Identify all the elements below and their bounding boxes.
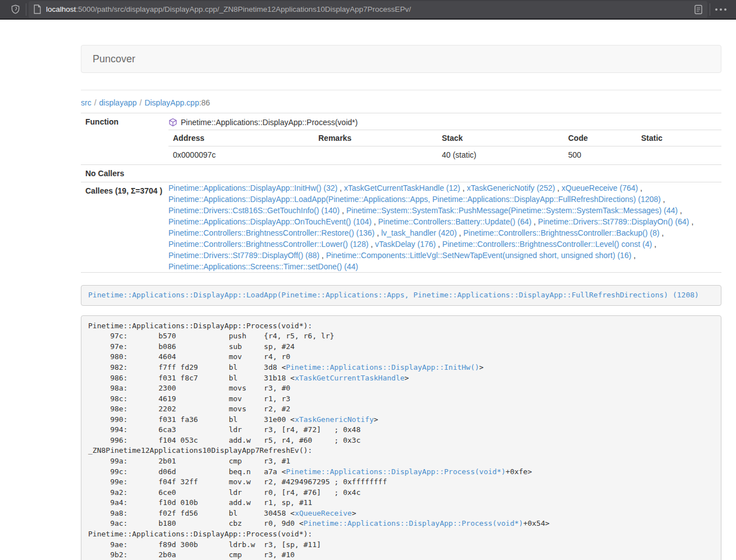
code-symbol-link[interactable]: Pinetime::Applications::DisplayApp::Proc… [304, 519, 523, 527]
code-symbol-link[interactable]: Pinetime::Applications::DisplayApp::Init… [286, 363, 479, 371]
code-symbol-link[interactable]: Pinetime::Applications::DisplayApp::Proc… [286, 467, 505, 476]
navbar: Puncover [81, 45, 721, 73]
callee-separator: , [368, 240, 375, 249]
callee-separator: , [660, 228, 664, 237]
callee-link[interactable]: Pinetime::Controllers::BrightnessControl… [463, 228, 659, 237]
callee-link[interactable]: Pinetime::System::SystemTask::PushMessag… [346, 206, 678, 215]
function-table: Function Pinetime::Applications::Display… [81, 113, 721, 273]
callee-separator: , [460, 183, 467, 192]
brand-link[interactable]: Puncover [93, 53, 135, 65]
function-details-table: Address Remarks Stack Code Static 0x0000… [168, 130, 721, 164]
url-host: localhost [46, 5, 76, 13]
breadcrumb-src[interactable]: src [81, 98, 92, 107]
callee-separator: , [337, 183, 344, 192]
callee-separator: , [532, 217, 538, 226]
remarks-value [314, 146, 437, 165]
overflow-menu-icon[interactable] [711, 2, 730, 17]
callee-link[interactable]: xTaskGenericNotify (252) [467, 183, 555, 192]
column-header-static: Static [637, 130, 721, 146]
disassembly-pre: Pinetime::Applications::DisplayApp::Proc… [81, 315, 721, 560]
no-callers-row: No Callers [81, 165, 721, 182]
code-symbol-link[interactable]: xQueueReceive [295, 509, 352, 517]
callee-link[interactable]: vTaskDelay (176) [375, 240, 436, 249]
callee-separator: , [555, 183, 562, 192]
callee-separator: , [652, 240, 656, 249]
address-value: 0x0000097c [168, 146, 314, 165]
static-value [637, 146, 721, 165]
callee-separator: , [436, 240, 442, 249]
page-content: Puncover src/displayapp/DisplayApp.cpp:8… [0, 20, 736, 560]
toolbar-divider [26, 3, 26, 16]
callees-row: Callees (19, Σ=3704 ) Pinetime::Applicat… [81, 182, 721, 273]
breadcrumb: src/displayapp/DisplayApp.cpp:86 [81, 98, 721, 107]
breadcrumb-separator: / [94, 98, 97, 107]
callee-link[interactable]: Pinetime::Drivers::St7789::DisplayOn() (… [538, 217, 689, 226]
column-header-code: Code [564, 130, 637, 146]
callee-link[interactable]: Pinetime::Applications::DisplayApp::Init… [168, 183, 337, 192]
cube-icon [168, 118, 177, 127]
callee-link[interactable]: Pinetime::Controllers::BrightnessControl… [168, 240, 368, 249]
divider-rule [81, 90, 721, 90]
column-header-remarks: Remarks [314, 130, 437, 146]
callee-link[interactable]: Pinetime::Applications::DisplayApp::Load… [168, 195, 661, 204]
callee-link[interactable]: lv_task_handler (420) [381, 228, 457, 237]
toolbar-divider [710, 3, 710, 16]
callee-separator: , [372, 217, 378, 226]
reader-mode-icon[interactable] [694, 4, 703, 15]
code-symbol-link[interactable]: xTaskGenericNotify [295, 415, 374, 424]
code-symbol-link[interactable]: xTaskGetCurrentTaskHandle [295, 374, 405, 382]
callee-link[interactable]: Pinetime::Controllers::BrightnessControl… [168, 228, 374, 237]
stack-value: 40 (static) [437, 146, 564, 165]
callee-link[interactable]: Pinetime::Drivers::St7789::DisplayOff() … [168, 251, 319, 260]
callee-link[interactable]: xTaskGetCurrentTaskHandle (12) [344, 183, 460, 192]
shield-icon[interactable] [6, 2, 25, 17]
table-row: 0x0000097c 40 (static) 500 [168, 146, 721, 165]
callee-separator: , [319, 251, 326, 260]
url-bar[interactable]: localhost:5000/path/src/displayapp/Displ… [29, 1, 707, 18]
callee-separator: , [678, 206, 682, 215]
callee-link[interactable]: Pinetime::Controllers::Battery::Update()… [378, 217, 532, 226]
url-text[interactable]: localhost:5000/path/src/displayapp/Displ… [46, 5, 694, 13]
breadcrumb-displayapp[interactable]: displayapp [99, 98, 137, 107]
callee-separator: , [638, 183, 642, 192]
column-header-address: Address [168, 130, 314, 146]
callee-separator: , [661, 195, 665, 204]
callee-separator: , [457, 228, 464, 237]
url-path: :5000/path/src/displayapp/DisplayApp.cpp… [76, 5, 411, 13]
callee-link[interactable]: Pinetime::Applications::DisplayApp::OnTo… [168, 217, 372, 226]
callee-separator: , [632, 251, 636, 260]
breadcrumb-file[interactable]: DisplayApp.cpp [144, 98, 199, 107]
no-callers-label: No Callers [81, 165, 168, 182]
column-header-stack: Stack [437, 130, 564, 146]
breadcrumb-separator: / [140, 98, 142, 107]
code-size-value: 500 [564, 146, 637, 165]
function-row: Function Pinetime::Applications::Display… [81, 113, 721, 165]
function-name: Pinetime::Applications::DisplayApp::Proc… [181, 118, 358, 127]
callee-link[interactable]: xQueueReceive (764) [561, 183, 638, 192]
callee-separator: , [374, 228, 381, 237]
page-icon [33, 4, 42, 14]
breadcrumb-line-number: :86 [199, 98, 210, 107]
loadapp-link[interactable]: Pinetime::Applications::DisplayApp::Load… [88, 291, 699, 299]
callee-separator: , [689, 217, 694, 226]
function-name-row: Pinetime::Applications::DisplayApp::Proc… [168, 113, 721, 130]
callee-link[interactable]: Pinetime::Applications::Screens::Timer::… [168, 262, 358, 271]
callee-separator: , [340, 206, 346, 215]
callees-label: Callees (19, Σ=3704 ) [81, 182, 168, 273]
callee-link[interactable]: Pinetime::Controllers::BrightnessControl… [442, 240, 652, 249]
source-line-box: Pinetime::Applications::DisplayApp::Load… [81, 285, 721, 306]
callees-list: Pinetime::Applications::DisplayApp::Init… [168, 182, 721, 273]
details-header-row: Address Remarks Stack Code Static [168, 130, 721, 146]
callee-link[interactable]: Pinetime::Drivers::Cst816S::GetTouchInfo… [168, 206, 340, 215]
callee-link[interactable]: Pinetime::Components::LittleVgl::SetNewT… [326, 251, 632, 260]
browser-toolbar: localhost:5000/path/src/displayapp/Displ… [0, 0, 736, 20]
function-label: Function [81, 113, 168, 165]
